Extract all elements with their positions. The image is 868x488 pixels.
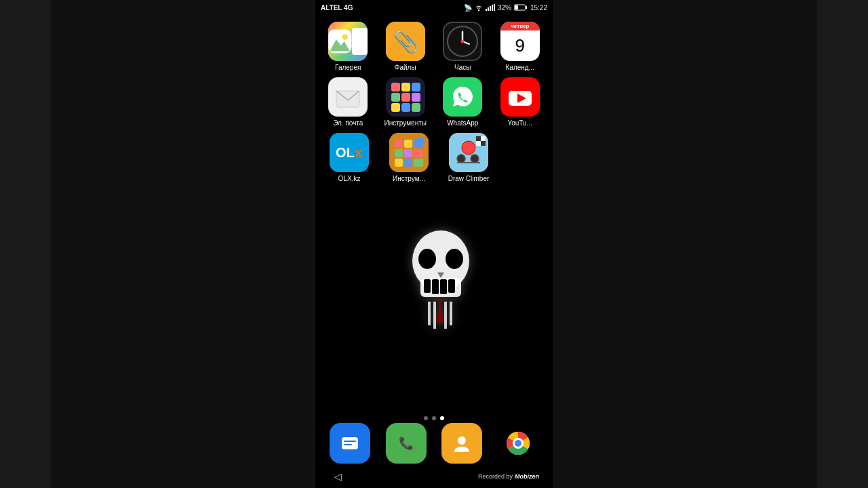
dock-phone[interactable]: 📞 (386, 423, 427, 464)
app-files[interactable]: 📎 Файлы (377, 22, 435, 72)
gallery-icon (328, 22, 368, 61)
dock: 📞 (315, 423, 553, 464)
svg-rect-24 (412, 83, 420, 92)
app-tools[interactable]: Инструменты (377, 77, 435, 127)
svg-rect-62 (424, 279, 431, 293)
whatsapp-label: WhatsApp (447, 119, 478, 127)
tools-icon (386, 77, 425, 117)
svg-rect-63 (432, 279, 439, 294)
nav-bar: ◁ Recorded by Mobizen (315, 465, 553, 488)
recorded-badge: Recorded by Mobizen (478, 473, 539, 480)
svg-point-59 (418, 249, 436, 269)
svg-rect-29 (401, 103, 410, 112)
dock-contacts[interactable] (441, 423, 482, 464)
svg-rect-26 (401, 93, 410, 102)
app-gallery[interactable]: Галерея (319, 22, 377, 72)
svg-point-10 (342, 34, 348, 39)
dot-3-active (440, 416, 444, 420)
battery-icon (514, 4, 528, 11)
dot-1 (424, 416, 428, 420)
svg-rect-25 (391, 93, 400, 102)
youtube-label: YouTu... (507, 119, 532, 127)
tools-label: Инструменты (384, 119, 427, 127)
svg-point-18 (461, 40, 465, 43)
svg-rect-73 (342, 437, 358, 449)
app-youtube[interactable]: YouTu... (492, 77, 549, 127)
skull-image (403, 224, 478, 332)
mail-icon (328, 77, 368, 117)
clock-icon (443, 22, 482, 61)
svg-rect-71 (450, 302, 452, 325)
svg-rect-30 (412, 103, 420, 112)
clock-label: Часы (454, 64, 471, 72)
svg-rect-0 (486, 9, 487, 11)
svg-rect-2 (490, 6, 491, 11)
cast-icon: 📡 (464, 4, 472, 12)
app-whatsapp[interactable]: WhatsApp (434, 77, 492, 127)
svg-rect-74 (344, 441, 356, 442)
svg-rect-1 (488, 7, 489, 11)
app-row-1: Галерея 📎 Файлы (319, 22, 549, 72)
app-row-2: Эл. почта (319, 77, 549, 127)
svg-rect-70 (444, 302, 447, 329)
svg-rect-69 (433, 302, 436, 329)
files-icon: 📎 (386, 22, 425, 61)
svg-point-51 (462, 141, 475, 155)
recorded-text: Recorded by (478, 473, 513, 480)
status-bar: ALTEL 4G 📡 32% 15:22 (315, 0, 553, 15)
svg-point-79 (458, 436, 466, 445)
svg-rect-28 (391, 103, 400, 112)
signal-icon (486, 4, 495, 11)
svg-rect-4 (494, 4, 495, 11)
phone-screen: ALTEL 4G 📡 32% 15:22 (315, 0, 553, 488)
battery-text: 32% (498, 4, 511, 12)
app-calendar[interactable]: четвер 9 Календ... (492, 22, 549, 72)
svg-point-67 (437, 313, 443, 324)
svg-rect-3 (492, 5, 493, 11)
svg-rect-6 (526, 6, 527, 9)
svg-rect-56 (476, 136, 481, 141)
svg-rect-40 (395, 140, 403, 148)
right-panel (553, 0, 817, 488)
app-clock[interactable]: Часы (434, 22, 492, 72)
youtube-icon (500, 77, 540, 117)
calendar-day: четвер (500, 22, 540, 30)
svg-point-49 (416, 137, 425, 145)
carrier-text: ALTEL 4G (321, 4, 353, 12)
calendar-date: 9 (500, 30, 540, 61)
svg-point-60 (446, 249, 463, 269)
back-button[interactable]: ◁ (329, 468, 347, 485)
whatsapp-icon (443, 77, 482, 117)
svg-text:📎: 📎 (393, 30, 418, 54)
svg-rect-22 (391, 83, 400, 92)
dock-messages[interactable] (330, 423, 370, 464)
svg-rect-23 (401, 83, 410, 92)
time-text: 15:22 (530, 4, 547, 12)
status-icons: 📡 32% 15:22 (464, 4, 547, 12)
gallery-label: Галерея (335, 64, 361, 72)
svg-rect-41 (404, 140, 412, 148)
left-panel (51, 0, 315, 488)
svg-rect-27 (412, 93, 420, 102)
calendar-label: Календ... (506, 64, 534, 72)
dock-chrome[interactable] (498, 423, 538, 464)
svg-point-82 (515, 440, 521, 447)
svg-text:📞: 📞 (399, 436, 414, 451)
calendar-icon: четвер 9 (500, 22, 540, 61)
page-dots (315, 416, 553, 420)
svg-rect-75 (344, 444, 352, 445)
app-mail[interactable]: Эл. почта (319, 77, 377, 127)
files-label: Файлы (395, 64, 416, 72)
dot-2 (432, 416, 436, 420)
recorder-brand: Mobizen (515, 473, 539, 480)
svg-rect-57 (481, 141, 486, 146)
wifi-icon (475, 4, 483, 11)
svg-rect-68 (428, 302, 431, 325)
svg-rect-64 (440, 279, 447, 294)
svg-rect-7 (515, 5, 518, 9)
mail-label: Эл. почта (333, 119, 363, 127)
wallpaper-area (342, 156, 539, 400)
svg-rect-65 (448, 279, 455, 293)
